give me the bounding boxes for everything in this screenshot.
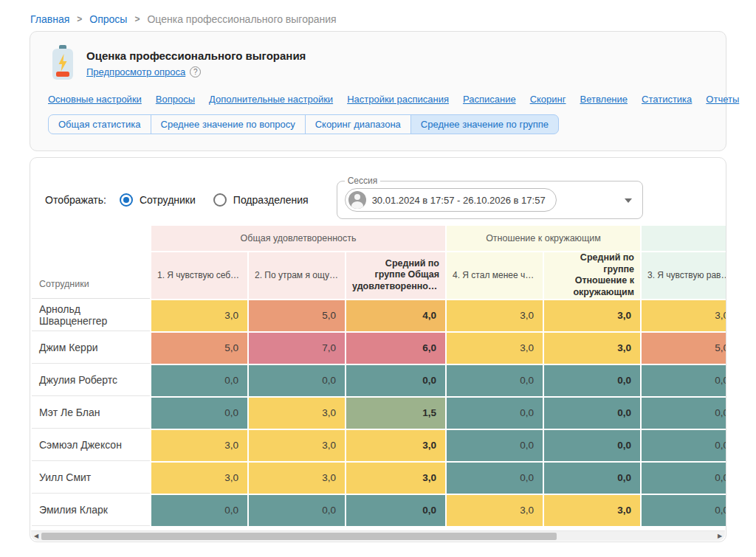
nav-tab-7[interactable]: Статистика bbox=[642, 94, 692, 105]
employee-name: Арнольд Шварценеггер bbox=[32, 300, 150, 331]
score-cell: 3,0 bbox=[544, 333, 640, 364]
help-icon[interactable]: ? bbox=[190, 66, 201, 77]
group-average-table: СотрудникиОбщая удовлетворенностьОтношен… bbox=[30, 224, 726, 527]
scrollbar-thumb[interactable] bbox=[41, 533, 557, 540]
battery-icon bbox=[51, 45, 75, 83]
score-cell: 0,0 bbox=[544, 430, 640, 461]
radio-departments[interactable]: Подразделения bbox=[213, 193, 309, 207]
breadcrumb-item: Оценка профессионального выгорания bbox=[147, 13, 336, 25]
score-cell: 3,0 bbox=[346, 463, 445, 494]
survey-head: Оценка профессионального выгорания Предп… bbox=[48, 45, 708, 83]
session-legend: Сессия bbox=[345, 176, 381, 186]
display-controls: Отображать: СотрудникиПодразделения Сесс… bbox=[30, 158, 726, 224]
stat-tab-0[interactable]: Общая статистика bbox=[48, 114, 151, 134]
score-cell: 5,0 bbox=[151, 333, 247, 364]
score-cell: 3,0 bbox=[642, 300, 726, 331]
column-header: Средний по группе Общая удовлетворенност… bbox=[346, 252, 445, 299]
nav-tab-6[interactable]: Ветвление bbox=[580, 94, 628, 105]
score-cell: 3,0 bbox=[249, 463, 345, 494]
preview-row: Предпросмотр опроса ? bbox=[86, 66, 306, 77]
session-chip[interactable]: 30.01.2024 в 17:57 - 26.10.2026 в 17:57 bbox=[345, 188, 557, 212]
score-cell: 0,0 bbox=[642, 495, 726, 526]
score-cell: 3,0 bbox=[346, 430, 445, 461]
radio-label: Подразделения bbox=[233, 194, 309, 206]
score-cell: 0,0 bbox=[544, 365, 640, 396]
employee-name: Джулия Робертс bbox=[32, 365, 150, 396]
stat-tab-1[interactable]: Среднее значение по вопросу bbox=[151, 114, 306, 134]
scroll-right-icon[interactable]: ▶ bbox=[715, 531, 725, 541]
nav-tab-5[interactable]: Скоринг bbox=[530, 94, 566, 105]
statistics-subtabs: Общая статистикаСреднее значение по вопр… bbox=[48, 114, 708, 134]
scroll-left-icon[interactable]: ◀ bbox=[31, 531, 41, 541]
table-row: Джулия Робертс0,00,00,00,00,00,0 bbox=[32, 365, 726, 396]
score-cell: 0,0 bbox=[642, 398, 726, 429]
score-cell: 4,0 bbox=[346, 300, 445, 331]
score-cell: 0,0 bbox=[151, 365, 247, 396]
table-row: Сэмюэл Джексон3,03,03,00,00,00,0 bbox=[32, 430, 726, 461]
score-cell: 0,0 bbox=[249, 365, 345, 396]
group-header: Общая удовлетворенность bbox=[151, 226, 445, 251]
table-row: Эмилия Кларк0,00,00,03,03,00,0 bbox=[32, 495, 726, 526]
employee-name: Джим Керри bbox=[32, 333, 150, 364]
score-cell: 3,0 bbox=[151, 430, 247, 461]
stat-tab-2[interactable]: Скоринг диапазона bbox=[305, 114, 411, 134]
nav-tab-8[interactable]: Отчеты bbox=[706, 94, 739, 105]
table-row: Мэт Ле Блан0,03,01,50,00,00,0 bbox=[32, 398, 726, 429]
breadcrumb-item[interactable]: Опросы bbox=[89, 13, 127, 25]
score-cell: 3,0 bbox=[544, 495, 640, 526]
radio-circle-icon[interactable] bbox=[213, 193, 227, 207]
breadcrumb: Главная>Опросы>Оценка профессионального … bbox=[30, 13, 337, 25]
display-label: Отображать: bbox=[45, 194, 106, 206]
score-cell: 3,0 bbox=[544, 300, 640, 331]
stat-tab-3[interactable]: Среднее значение по группе bbox=[410, 114, 559, 134]
breadcrumb-separator-icon: > bbox=[134, 14, 140, 24]
settings-nav-tabs: Основные настройкиВопросыДополнительные … bbox=[48, 94, 708, 105]
score-cell: 3,0 bbox=[249, 398, 345, 429]
horizontal-scrollbar[interactable]: ◀ ▶ bbox=[31, 530, 725, 541]
score-cell: 1,5 bbox=[346, 398, 445, 429]
nav-tab-4[interactable]: Расписание bbox=[463, 94, 516, 105]
statistics-card: Отображать: СотрудникиПодразделения Сесс… bbox=[30, 157, 726, 542]
column-header: 4. Я стал менее чутким... bbox=[447, 252, 543, 299]
employee-name: Мэт Ле Блан bbox=[32, 398, 150, 429]
score-cell: 7,0 bbox=[249, 333, 345, 364]
session-select[interactable]: Сессия 30.01.2024 в 17:57 - 26.10.2026 в… bbox=[337, 181, 643, 219]
group-header: Отношение к окружающим bbox=[447, 226, 640, 251]
nav-tab-1[interactable]: Вопросы bbox=[156, 94, 195, 105]
column-header: 3. Я чувствую равноду... bbox=[642, 252, 726, 299]
score-cell: 3,0 bbox=[151, 300, 247, 331]
display-radio-group: СотрудникиПодразделения bbox=[120, 193, 326, 207]
score-cell: 0,0 bbox=[249, 495, 345, 526]
employee-name: Эмилия Кларк bbox=[32, 495, 150, 526]
score-cell: 5,0 bbox=[249, 300, 345, 331]
preview-survey-link[interactable]: Предпросмотр опроса bbox=[86, 66, 185, 77]
nav-tab-2[interactable]: Дополнительные настройки bbox=[209, 94, 333, 105]
table-row: Уилл Смит3,03,03,00,00,00,0 bbox=[32, 463, 726, 494]
score-cell: 5,0 bbox=[642, 333, 726, 364]
score-cell: 0,0 bbox=[151, 398, 247, 429]
nav-tab-0[interactable]: Основные настройки bbox=[48, 94, 142, 105]
score-cell: 0,0 bbox=[447, 463, 543, 494]
score-cell: 0,0 bbox=[346, 495, 445, 526]
column-header: 2. По утрам я ощущаю ... bbox=[249, 252, 345, 299]
score-cell: 0,0 bbox=[346, 365, 445, 396]
row-header-label: Сотрудники bbox=[32, 226, 150, 299]
breadcrumb-item[interactable]: Главная bbox=[30, 13, 69, 25]
score-cell: 0,0 bbox=[151, 495, 247, 526]
score-cell: 0,0 bbox=[447, 398, 543, 429]
score-cell: 3,0 bbox=[249, 430, 345, 461]
score-cell: 0,0 bbox=[447, 430, 543, 461]
score-cell: 0,0 bbox=[544, 463, 640, 494]
radio-employees[interactable]: Сотрудники bbox=[120, 193, 196, 207]
page: Главная>Опросы>Оценка профессионального … bbox=[0, 0, 756, 557]
group-average-table-wrap: СотрудникиОбщая удовлетворенностьОтношен… bbox=[30, 224, 726, 527]
score-cell: 3,0 bbox=[447, 300, 543, 331]
column-header: Средний по группе Отношение к окружающим bbox=[544, 252, 640, 299]
session-value: 30.01.2024 в 17:57 - 26.10.2026 в 17:57 bbox=[372, 195, 546, 206]
breadcrumb-separator-icon: > bbox=[77, 14, 82, 24]
score-cell: 6,0 bbox=[346, 333, 445, 364]
nav-tab-3[interactable]: Настройки расписания bbox=[347, 94, 449, 105]
caret-down-icon[interactable] bbox=[625, 198, 632, 203]
radio-label: Сотрудники bbox=[140, 194, 196, 206]
radio-circle-icon[interactable] bbox=[120, 193, 133, 207]
